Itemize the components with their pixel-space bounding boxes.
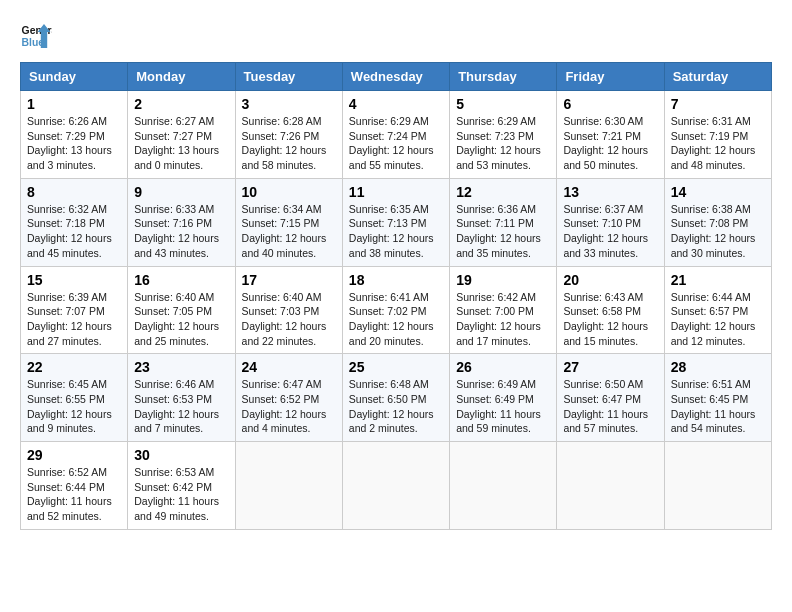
daylight-text: and 2 minutes. bbox=[349, 422, 418, 434]
sunrise-text: Sunrise: 6:33 AM bbox=[134, 203, 214, 215]
day-number: 14 bbox=[671, 184, 765, 200]
calendar-cell: 10Sunrise: 6:34 AMSunset: 7:15 PMDayligh… bbox=[235, 178, 342, 266]
sunset-text: Sunset: 6:50 PM bbox=[349, 393, 427, 405]
daylight-text: and 30 minutes. bbox=[671, 247, 746, 259]
cell-info: Sunrise: 6:45 AMSunset: 6:55 PMDaylight:… bbox=[27, 377, 121, 436]
calendar-cell: 5Sunrise: 6:29 AMSunset: 7:23 PMDaylight… bbox=[450, 91, 557, 179]
calendar-cell: 27Sunrise: 6:50 AMSunset: 6:47 PMDayligh… bbox=[557, 354, 664, 442]
calendar-cell bbox=[450, 442, 557, 530]
day-number: 15 bbox=[27, 272, 121, 288]
day-number: 21 bbox=[671, 272, 765, 288]
calendar-cell: 1Sunrise: 6:26 AMSunset: 7:29 PMDaylight… bbox=[21, 91, 128, 179]
day-number: 3 bbox=[242, 96, 336, 112]
calendar-week-3: 15Sunrise: 6:39 AMSunset: 7:07 PMDayligh… bbox=[21, 266, 772, 354]
day-number: 11 bbox=[349, 184, 443, 200]
daylight-text: Daylight: 12 hours bbox=[134, 232, 219, 244]
daylight-text: and 25 minutes. bbox=[134, 335, 209, 347]
sunrise-text: Sunrise: 6:38 AM bbox=[671, 203, 751, 215]
sunrise-text: Sunrise: 6:34 AM bbox=[242, 203, 322, 215]
day-number: 9 bbox=[134, 184, 228, 200]
calendar-week-1: 1Sunrise: 6:26 AMSunset: 7:29 PMDaylight… bbox=[21, 91, 772, 179]
cell-info: Sunrise: 6:34 AMSunset: 7:15 PMDaylight:… bbox=[242, 202, 336, 261]
cell-info: Sunrise: 6:40 AMSunset: 7:03 PMDaylight:… bbox=[242, 290, 336, 349]
daylight-text: Daylight: 12 hours bbox=[456, 320, 541, 332]
daylight-text: and 15 minutes. bbox=[563, 335, 638, 347]
daylight-text: Daylight: 12 hours bbox=[242, 144, 327, 156]
daylight-text: and 17 minutes. bbox=[456, 335, 531, 347]
day-number: 26 bbox=[456, 359, 550, 375]
sunset-text: Sunset: 7:18 PM bbox=[27, 217, 105, 229]
sunset-text: Sunset: 6:55 PM bbox=[27, 393, 105, 405]
daylight-text: Daylight: 12 hours bbox=[456, 144, 541, 156]
daylight-text: Daylight: 12 hours bbox=[349, 144, 434, 156]
daylight-text: and 53 minutes. bbox=[456, 159, 531, 171]
daylight-text: Daylight: 12 hours bbox=[563, 232, 648, 244]
header-cell-friday: Friday bbox=[557, 63, 664, 91]
daylight-text: and 57 minutes. bbox=[563, 422, 638, 434]
calendar-cell: 19Sunrise: 6:42 AMSunset: 7:00 PMDayligh… bbox=[450, 266, 557, 354]
day-number: 12 bbox=[456, 184, 550, 200]
day-number: 10 bbox=[242, 184, 336, 200]
cell-info: Sunrise: 6:37 AMSunset: 7:10 PMDaylight:… bbox=[563, 202, 657, 261]
day-number: 17 bbox=[242, 272, 336, 288]
sunset-text: Sunset: 6:45 PM bbox=[671, 393, 749, 405]
daylight-text: Daylight: 12 hours bbox=[671, 320, 756, 332]
sunrise-text: Sunrise: 6:42 AM bbox=[456, 291, 536, 303]
day-number: 25 bbox=[349, 359, 443, 375]
sunset-text: Sunset: 7:21 PM bbox=[563, 130, 641, 142]
daylight-text: and 50 minutes. bbox=[563, 159, 638, 171]
calendar-cell bbox=[557, 442, 664, 530]
sunset-text: Sunset: 7:29 PM bbox=[27, 130, 105, 142]
cell-info: Sunrise: 6:40 AMSunset: 7:05 PMDaylight:… bbox=[134, 290, 228, 349]
sunrise-text: Sunrise: 6:47 AM bbox=[242, 378, 322, 390]
sunset-text: Sunset: 7:02 PM bbox=[349, 305, 427, 317]
cell-info: Sunrise: 6:47 AMSunset: 6:52 PMDaylight:… bbox=[242, 377, 336, 436]
calendar-cell: 25Sunrise: 6:48 AMSunset: 6:50 PMDayligh… bbox=[342, 354, 449, 442]
sunset-text: Sunset: 6:57 PM bbox=[671, 305, 749, 317]
header-cell-tuesday: Tuesday bbox=[235, 63, 342, 91]
cell-info: Sunrise: 6:35 AMSunset: 7:13 PMDaylight:… bbox=[349, 202, 443, 261]
sunset-text: Sunset: 7:03 PM bbox=[242, 305, 320, 317]
calendar-cell: 14Sunrise: 6:38 AMSunset: 7:08 PMDayligh… bbox=[664, 178, 771, 266]
calendar-cell: 9Sunrise: 6:33 AMSunset: 7:16 PMDaylight… bbox=[128, 178, 235, 266]
cell-info: Sunrise: 6:30 AMSunset: 7:21 PMDaylight:… bbox=[563, 114, 657, 173]
sunset-text: Sunset: 6:58 PM bbox=[563, 305, 641, 317]
daylight-text: Daylight: 11 hours bbox=[27, 495, 112, 507]
sunset-text: Sunset: 6:42 PM bbox=[134, 481, 212, 493]
cell-info: Sunrise: 6:32 AMSunset: 7:18 PMDaylight:… bbox=[27, 202, 121, 261]
daylight-text: and 3 minutes. bbox=[27, 159, 96, 171]
sunset-text: Sunset: 7:11 PM bbox=[456, 217, 534, 229]
sunrise-text: Sunrise: 6:40 AM bbox=[242, 291, 322, 303]
calendar-table: SundayMondayTuesdayWednesdayThursdayFrid… bbox=[20, 62, 772, 530]
sunset-text: Sunset: 7:13 PM bbox=[349, 217, 427, 229]
calendar-cell: 3Sunrise: 6:28 AMSunset: 7:26 PMDaylight… bbox=[235, 91, 342, 179]
cell-info: Sunrise: 6:26 AMSunset: 7:29 PMDaylight:… bbox=[27, 114, 121, 173]
cell-info: Sunrise: 6:50 AMSunset: 6:47 PMDaylight:… bbox=[563, 377, 657, 436]
calendar-cell: 18Sunrise: 6:41 AMSunset: 7:02 PMDayligh… bbox=[342, 266, 449, 354]
sunrise-text: Sunrise: 6:30 AM bbox=[563, 115, 643, 127]
sunset-text: Sunset: 7:16 PM bbox=[134, 217, 212, 229]
daylight-text: Daylight: 11 hours bbox=[456, 408, 541, 420]
sunrise-text: Sunrise: 6:35 AM bbox=[349, 203, 429, 215]
daylight-text: Daylight: 12 hours bbox=[242, 408, 327, 420]
sunrise-text: Sunrise: 6:48 AM bbox=[349, 378, 429, 390]
sunrise-text: Sunrise: 6:50 AM bbox=[563, 378, 643, 390]
sunset-text: Sunset: 7:07 PM bbox=[27, 305, 105, 317]
day-number: 29 bbox=[27, 447, 121, 463]
calendar-cell: 17Sunrise: 6:40 AMSunset: 7:03 PMDayligh… bbox=[235, 266, 342, 354]
calendar-cell: 26Sunrise: 6:49 AMSunset: 6:49 PMDayligh… bbox=[450, 354, 557, 442]
cell-info: Sunrise: 6:53 AMSunset: 6:42 PMDaylight:… bbox=[134, 465, 228, 524]
sunrise-text: Sunrise: 6:26 AM bbox=[27, 115, 107, 127]
daylight-text: and 0 minutes. bbox=[134, 159, 203, 171]
daylight-text: Daylight: 12 hours bbox=[134, 320, 219, 332]
sunset-text: Sunset: 7:05 PM bbox=[134, 305, 212, 317]
sunset-text: Sunset: 6:47 PM bbox=[563, 393, 641, 405]
daylight-text: and 45 minutes. bbox=[27, 247, 102, 259]
daylight-text: Daylight: 12 hours bbox=[349, 232, 434, 244]
day-number: 7 bbox=[671, 96, 765, 112]
calendar-cell bbox=[342, 442, 449, 530]
calendar-cell: 8Sunrise: 6:32 AMSunset: 7:18 PMDaylight… bbox=[21, 178, 128, 266]
daylight-text: and 33 minutes. bbox=[563, 247, 638, 259]
calendar-cell bbox=[664, 442, 771, 530]
daylight-text: and 54 minutes. bbox=[671, 422, 746, 434]
